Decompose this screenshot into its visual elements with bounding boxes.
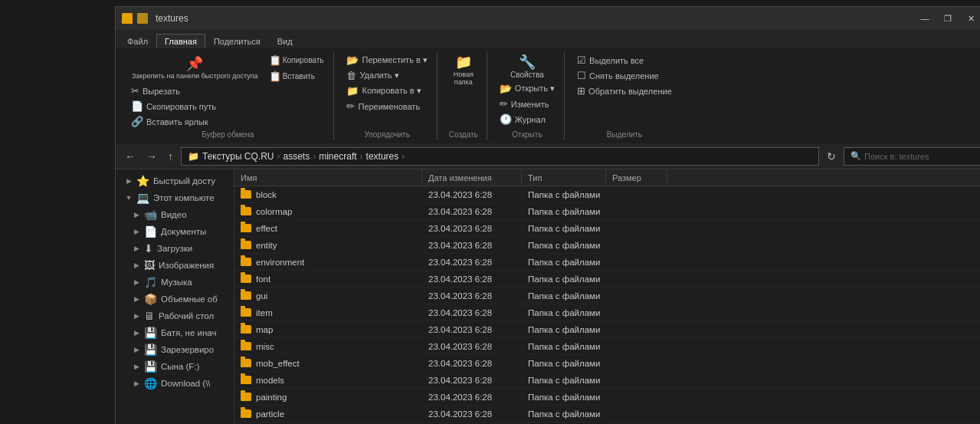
table-row[interactable]: environment23.04.2023 6:28Папка с файлам… [234, 254, 980, 271]
sidebar-item-desktop[interactable]: ▶ 🖥 Рабочий стол [116, 307, 234, 324]
col-header-name[interactable]: Имя [234, 169, 422, 186]
table-row[interactable]: map23.04.2023 6:28Папка с файлами [234, 321, 980, 338]
minimize-button[interactable]: — [914, 11, 936, 26]
expand-icon: ▶ [133, 278, 140, 286]
deselect-button[interactable]: ☐ Снять выделение [574, 68, 675, 83]
drive-icon: 💾 [144, 327, 157, 339]
sidebar-item-quick-access[interactable]: ▶ ⭐ Быстрый досту [116, 173, 234, 189]
file-name-cell: painting [234, 389, 422, 405]
file-type-cell: Папка с файлами [522, 186, 606, 202]
tab-view[interactable]: Вид [269, 34, 301, 48]
history-icon: 🕐 [500, 113, 512, 125]
tab-home[interactable]: Главная [156, 34, 205, 48]
table-row[interactable]: block23.04.2023 6:28Папка с файлами [234, 186, 980, 203]
copy-button[interactable]: 📋 Копировать [265, 53, 328, 67]
sidebar-item-3d[interactable]: ▶ 📦 Объемные об [116, 291, 234, 307]
col-header-type[interactable]: Тип [522, 169, 606, 186]
title-bar-controls: — ❐ ✕ [914, 11, 980, 26]
paste-button[interactable]: 📋 Вставить [265, 69, 328, 84]
organize-label: Упорядочить [364, 129, 410, 139]
new-folder-button[interactable]: 📁 Новаяпапка [447, 53, 480, 88]
table-row[interactable]: entity23.04.2023 6:28Папка с файлами [234, 237, 980, 254]
sidebar-item-music[interactable]: ▶ 🎵 Музыка [116, 274, 234, 291]
clipboard-label: Буфер обмена [202, 129, 254, 139]
sidebar-item-drive-d[interactable]: ▶ 💾 Батя, не инач [116, 324, 234, 341]
close-button[interactable]: ✕ [960, 11, 980, 26]
col-header-size[interactable]: Размер [606, 169, 667, 186]
sidebar-item-network[interactable]: ▶ 🌐 Download (\\ [116, 375, 234, 392]
file-name-cell: models [234, 372, 422, 388]
expand-icon: ▶ [133, 312, 140, 320]
cut-button[interactable]: ✂ Вырезать [128, 84, 327, 98]
copy-path-button[interactable]: 📄 Скопировать путь [128, 99, 327, 113]
expand-icon: ▶ [133, 380, 140, 387]
path-part-root[interactable]: Текстуры CQ.RU [202, 151, 274, 162]
folder-icon [241, 291, 251, 300]
refresh-button[interactable]: ↻ [824, 149, 839, 164]
table-row[interactable]: effect23.04.2023 6:28Папка с файлами [234, 220, 980, 237]
table-row[interactable]: font23.04.2023 6:28Папка с файлами [234, 271, 980, 288]
history-button[interactable]: 🕐 Журнал [497, 112, 558, 127]
pin-label: Закрепить на панели быстрого доступа [132, 72, 258, 81]
tab-file[interactable]: Файл [119, 34, 156, 48]
open-button[interactable]: 📂 Открыть ▾ [497, 81, 558, 96]
file-type-cell: Папка с файлами [522, 389, 606, 405]
table-row[interactable]: misc23.04.2023 6:28Папка с файлами [234, 338, 980, 355]
table-row[interactable]: item23.04.2023 6:28Папка с файлами [234, 304, 980, 321]
address-path[interactable]: 📁 Текстуры CQ.RU › assets › minecraft › … [181, 147, 819, 166]
file-name: gui [256, 291, 267, 301]
path-part-textures[interactable]: textures [366, 151, 399, 162]
path-part-assets[interactable]: assets [284, 151, 310, 162]
rename-button[interactable]: ✏ Переименовать [343, 99, 430, 113]
sidebar-label: Download (\\ [161, 379, 211, 388]
delete-button[interactable]: 🗑 Удалить ▾ [343, 68, 430, 83]
sidebar-label: Батя, не инач [161, 328, 216, 337]
file-list-header: Имя Дата изменения Тип Размер [234, 169, 980, 186]
new-folder-label: Новаяпапка [454, 71, 474, 86]
properties-button[interactable]: 🔧 Свойства [506, 53, 548, 81]
select-group: ☑ Выделить все ☐ Снять выделение ⊞ Обрат… [568, 51, 681, 140]
up-button[interactable]: ↑ [165, 149, 176, 164]
table-row[interactable]: mob_effect23.04.2023 6:28Папка с файлами [234, 355, 980, 372]
file-date-cell: 23.04.2023 6:28 [422, 271, 522, 287]
sidebar-label: Загрузки [157, 244, 192, 253]
folder-icon [241, 409, 251, 418]
tab-share[interactable]: Поделиться [205, 34, 269, 48]
sidebar-item-drive-f[interactable]: ▶ 💾 Сына (F:) [116, 358, 234, 375]
sidebar-item-this-pc[interactable]: ▼ 💻 Этот компьюте [116, 189, 234, 206]
file-type-cell: Папка с файлами [522, 406, 606, 422]
sidebar-item-documents[interactable]: ▶ 📄 Документы [116, 223, 234, 240]
paste-label: Вставить [283, 72, 315, 81]
search-box[interactable]: 🔍 Поиск в: textures [844, 147, 980, 166]
back-button[interactable]: ← [122, 149, 139, 164]
sidebar-label: Сына (F:) [161, 362, 199, 371]
video-icon: 📹 [144, 209, 157, 221]
desktop-icon: 🖥 [144, 310, 155, 322]
table-row[interactable]: gui23.04.2023 6:28Папка с файлами [234, 288, 980, 304]
sidebar-item-images[interactable]: ▶ 🖼 Изображения [116, 257, 234, 274]
pin-button[interactable]: 📌 Закрепить на панели быстрого доступа [128, 54, 262, 83]
restore-button[interactable]: ❐ [937, 11, 959, 26]
sidebar-item-reserved[interactable]: ▶ 💾 Зарезервиро [116, 341, 234, 358]
file-name-cell: effect [234, 220, 422, 236]
forward-button[interactable]: → [143, 149, 160, 164]
copy-to-button[interactable]: 📁 Копировать в ▾ [343, 84, 430, 98]
file-name: colormap [256, 207, 292, 216]
sidebar-item-downloads[interactable]: ▶ ⬇ Загрузки [116, 240, 234, 257]
select-all-button[interactable]: ☑ Выделить все [574, 53, 675, 67]
file-name: misc [256, 342, 274, 351]
table-row[interactable]: painting23.04.2023 6:28Папка с файлами [234, 389, 980, 406]
table-row[interactable]: colormap23.04.2023 6:28Папка с файлами [234, 203, 980, 220]
move-to-button[interactable]: 📂 Переместить в ▾ [343, 53, 430, 67]
col-header-date[interactable]: Дата изменения [422, 169, 522, 186]
paste-shortcut-button[interactable]: 🔗 Вставить ярлык [128, 114, 327, 129]
table-row[interactable]: particle23.04.2023 6:28Папка с файлами [234, 406, 980, 422]
pc-icon: 💻 [136, 192, 149, 204]
path-part-minecraft[interactable]: minecraft [319, 151, 356, 162]
main-area: ▶ ⭐ Быстрый досту ▼ 💻 Этот компьюте ▶ 📹 … [116, 169, 980, 424]
sidebar-item-video[interactable]: ▶ 📹 Видео [116, 206, 234, 223]
invert-selection-button[interactable]: ⊞ Обратить выделение [574, 84, 675, 98]
edit-button[interactable]: ✏ Изменить [497, 97, 558, 111]
table-row[interactable]: models23.04.2023 6:28Папка с файлами [234, 372, 980, 389]
file-date-cell: 23.04.2023 6:28 [422, 321, 522, 337]
